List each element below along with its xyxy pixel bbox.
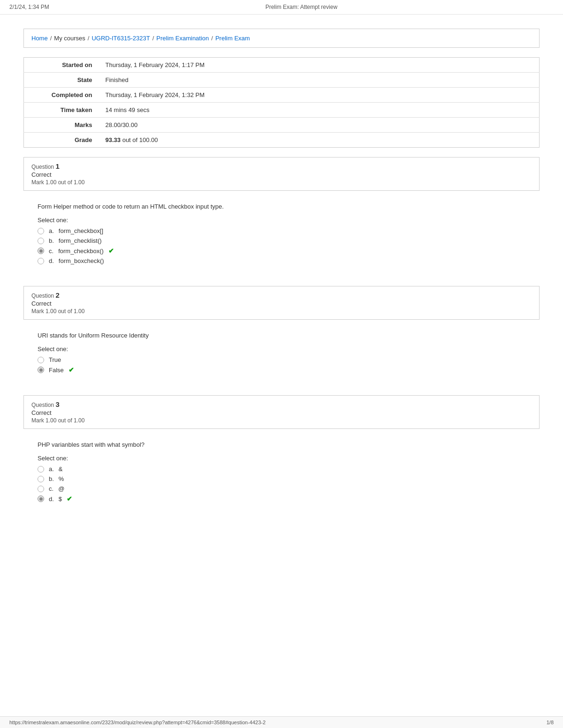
question-2-mark: Mark 1.00 out of 1.00 xyxy=(31,308,532,315)
question-1-status: Correct xyxy=(31,171,532,178)
question-2-label: Question 2 xyxy=(31,291,532,299)
question-2-option-1-correct-icon: ✔ xyxy=(68,366,74,374)
breadcrumb-sep4: / xyxy=(211,35,213,42)
question-1-option-3-text: form_boxcheck() xyxy=(59,257,104,264)
question-1-option-0-text: form_checkbox[] xyxy=(59,227,103,234)
summary-table: Started on Thursday, 1 February 2024, 1:… xyxy=(23,57,540,148)
breadcrumb-exam[interactable]: Prelim Exam xyxy=(215,35,250,42)
question-1-option-0-radio xyxy=(38,228,44,234)
question-1-option-2: c.form_checkbox()✔ xyxy=(38,247,525,255)
question-1-select-label: Select one: xyxy=(38,217,525,224)
summary-time-label: Time taken xyxy=(24,103,99,118)
question-2-status: Correct xyxy=(31,300,532,307)
question-1-info-box: Question 1 Correct Mark 1.00 out of 1.00 xyxy=(23,157,540,191)
summary-row-grade: Grade 93.33 out of 100.00 xyxy=(24,133,540,148)
question-3-info-box: Question 3 Correct Mark 1.00 out of 1.00 xyxy=(23,395,540,429)
question-3-options: a.&b.%c.@d.$✔ xyxy=(38,465,525,503)
question-3-option-0-letter: a. xyxy=(49,465,54,473)
question-2-option-0: True xyxy=(38,356,525,363)
question-2-option-0-text: True xyxy=(49,356,61,363)
main-content: Home / My courses / UGRD-IT6315-2323T / … xyxy=(0,15,563,552)
summary-row-time: Time taken 14 mins 49 secs xyxy=(24,103,540,118)
question-1-option-0-letter: a. xyxy=(49,227,54,234)
question-1-mark: Mark 1.00 out of 1.00 xyxy=(31,179,532,186)
question-1-text: Form Helper method or code to return an … xyxy=(38,203,525,210)
question-3-mark: Mark 1.00 out of 1.00 xyxy=(31,417,532,424)
summary-grade-number: 93.33 xyxy=(106,136,121,143)
question-3-option-1: b.% xyxy=(38,475,525,482)
question-2-options: TrueFalse✔ xyxy=(38,356,525,374)
question-1-number: 1 xyxy=(55,162,59,170)
summary-completed-label: Completed on xyxy=(24,88,99,103)
question-2-select-label: Select one: xyxy=(38,345,525,353)
question-3-body: PHP varianbles start with what symbol?Se… xyxy=(23,432,540,515)
header-page-title: Prelim Exam: Attempt review xyxy=(266,4,337,10)
breadcrumb-prelim-exam[interactable]: Prelim Examination xyxy=(156,35,209,42)
question-1-label: Question 1 xyxy=(31,162,532,170)
question-3-option-1-letter: b. xyxy=(49,475,54,482)
question-3-option-2: c.@ xyxy=(38,485,525,492)
question-3-option-2-letter: c. xyxy=(49,485,53,492)
question-2-option-1-text: False xyxy=(49,367,64,374)
question-1-option-1-radio xyxy=(38,238,44,244)
question-3-option-3-radio xyxy=(38,495,44,502)
summary-grade-value: 93.33 out of 100.00 xyxy=(99,133,540,148)
question-1-option-1-letter: b. xyxy=(49,237,54,244)
question-2-option-1-radio xyxy=(38,367,44,373)
summary-row-started: Started on Thursday, 1 February 2024, 1:… xyxy=(24,58,540,73)
question-1-option-0: a.form_checkbox[] xyxy=(38,227,525,234)
question-3-option-1-radio xyxy=(38,476,44,482)
questions-container: Question 1 Correct Mark 1.00 out of 1.00… xyxy=(23,157,540,515)
page-footer: https://trimestralexam.amaesonline.com/2… xyxy=(0,716,563,728)
question-2-text: URI stands for Uniform Resource Identity xyxy=(38,332,525,339)
summary-state-label: State xyxy=(24,73,99,88)
summary-marks-value: 28.00/30.00 xyxy=(99,118,540,133)
page-header: 2/1/24, 1:34 PM Prelim Exam: Attempt rev… xyxy=(0,0,563,15)
question-3-option-0-radio xyxy=(38,466,44,473)
question-1-option-3-radio xyxy=(38,258,44,264)
breadcrumb-sep2: / xyxy=(88,35,90,42)
question-3-option-0: a.& xyxy=(38,465,525,473)
question-3-option-3-letter: d. xyxy=(49,495,54,503)
summary-row-state: State Finished xyxy=(24,73,540,88)
breadcrumb-sep3: / xyxy=(152,35,154,42)
breadcrumb: Home / My courses / UGRD-IT6315-2323T / … xyxy=(23,29,540,48)
question-1-option-3: d.form_boxcheck() xyxy=(38,257,525,264)
question-1-option-3-letter: d. xyxy=(49,257,54,264)
question-3-number: 3 xyxy=(55,400,59,408)
question-3-option-2-text: @ xyxy=(58,485,64,492)
summary-row-marks: Marks 28.00/30.00 xyxy=(24,118,540,133)
summary-grade-label: Grade xyxy=(24,133,99,148)
question-3-option-3-text: $ xyxy=(59,495,62,503)
question-3-text: PHP varianbles start with what symbol? xyxy=(38,441,525,448)
summary-time-value: 14 mins 49 secs xyxy=(99,103,540,118)
summary-started-label: Started on xyxy=(24,58,99,73)
question-3-option-3-correct-icon: ✔ xyxy=(67,495,72,503)
question-1-option-2-correct-icon: ✔ xyxy=(108,247,114,255)
question-1-option-2-letter: c. xyxy=(49,248,53,255)
question-3-option-0-text: & xyxy=(59,465,63,473)
question-1-option-2-text: form_checkbox() xyxy=(58,248,104,255)
question-2-info-box: Question 2 Correct Mark 1.00 out of 1.00 xyxy=(23,286,540,320)
question-3-option-2-radio xyxy=(38,486,44,492)
question-3-option-1-text: % xyxy=(59,475,64,482)
breadcrumb-home[interactable]: Home xyxy=(31,35,48,42)
breadcrumb-sep1: / xyxy=(50,35,52,42)
question-2-number: 2 xyxy=(55,291,59,299)
question-2-option-1: False✔ xyxy=(38,366,525,374)
summary-completed-value: Thursday, 1 February 2024, 1:32 PM xyxy=(99,88,540,103)
footer-url: https://trimestralexam.amaesonline.com/2… xyxy=(9,720,266,725)
question-3-select-label: Select one: xyxy=(38,455,525,462)
question-1-option-1: b.form_checklist() xyxy=(38,237,525,244)
question-1-option-2-radio xyxy=(38,248,44,254)
question-2-option-0-radio xyxy=(38,357,44,363)
question-1-body: Form Helper method or code to return an … xyxy=(23,194,540,277)
breadcrumb-course[interactable]: UGRD-IT6315-2323T xyxy=(91,35,150,42)
summary-row-completed: Completed on Thursday, 1 February 2024, … xyxy=(24,88,540,103)
header-datetime: 2/1/24, 1:34 PM xyxy=(9,4,49,10)
question-3-status: Correct xyxy=(31,409,532,416)
question-3-label: Question 3 xyxy=(31,400,532,408)
question-1-options: a.form_checkbox[]b.form_checklist()c.for… xyxy=(38,227,525,264)
question-2-body: URI stands for Uniform Resource Identity… xyxy=(23,323,540,386)
question-3-option-3: d.$✔ xyxy=(38,495,525,503)
